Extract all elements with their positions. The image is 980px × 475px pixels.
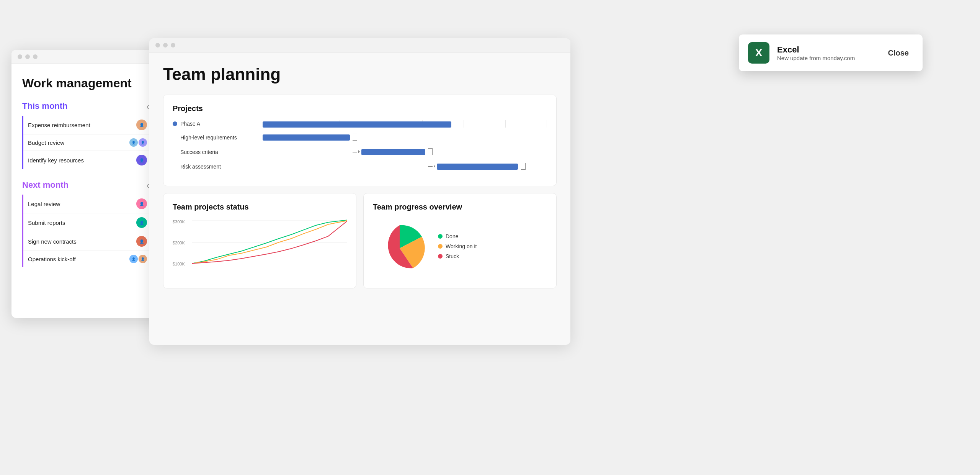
gantt-bar [361,149,425,155]
gantt-row-hlr: High-level requirements [173,133,547,142]
notification-subtitle: New update from monday.com [777,55,876,61]
avatar: 👤 [136,236,147,247]
gantt-label: Phase A [173,121,257,127]
ra-label: Risk assessment [180,164,221,170]
task-name: Budget review [28,139,129,146]
excel-notification: X Excel New update from monday.com Close [739,34,923,71]
done-dot [438,234,443,239]
line-chart-svg [192,218,347,267]
team-window-titlebar [149,38,570,52]
gantt-connector-3 [521,163,526,170]
task-name: Identify key resources [28,157,136,164]
next-month-label: Next month [22,180,69,190]
gantt-row-sc: Success criteria [173,147,547,157]
gantt-bar [437,164,518,170]
gantt-chart-area [257,120,547,128]
notification-content: Excel New update from monday.com [777,45,876,61]
gantt-connector-2 [428,148,433,155]
this-month-label: This month [22,101,68,111]
done-label: Done [446,233,458,239]
gantt-row-phase-a: Phase A [173,120,547,128]
line-chart-area: $300K $200K $100K [173,218,347,279]
pie-chart-svg [373,221,426,275]
team-progress-card: Team progress overview Done [363,193,557,288]
excel-x-letter: X [755,47,763,59]
task-name: Expense reimbursement [28,122,136,128]
sc-label: Success criteria [180,149,218,155]
task-name: Submit reports [28,219,136,226]
gantt-bar [263,134,350,141]
table-row: Operations kick-off 👤 👤 [23,251,162,267]
gantt-chart-area [257,133,547,142]
projects-card-title: Projects [173,104,547,113]
gantt-label: Success criteria [173,149,257,155]
avatar: 👤 [136,155,147,165]
working-label: Working on it [446,243,477,249]
pie-chart-area: Done Working on it Stuck [373,218,547,279]
pie-legend: Done Working on it Stuck [438,233,477,263]
avatar: 👤 [139,138,147,147]
excel-app-icon: X [748,42,769,64]
work-management-title: Work management [22,76,162,90]
table-row: Expense reimbursement 👤 [23,116,162,134]
y-label-200: $200K [173,241,185,245]
avatar-group: 👤 👤 [129,255,147,263]
team-status-card: Team projects status $300K $200K $100K [163,193,356,288]
next-month-header: Next month Owner [22,180,162,190]
legend-item-stuck: Stuck [438,253,477,259]
titlebar-dot-1 [155,43,160,48]
team-planning-title: Team planning [163,65,557,84]
phase-dot-icon [173,121,177,126]
gantt-chart-area [257,162,547,171]
this-month-header: This month Owner [22,101,162,111]
this-month-task-list: Expense reimbursement 👤 Budget review 👤 … [22,116,162,169]
y-label-100: $100K [173,262,185,266]
titlebar-dot-3 [33,54,38,59]
projects-card: Projects Phase A [163,95,557,186]
titlebar-dot-3 [171,43,175,48]
hlr-label: High-level requirements [180,134,237,141]
working-dot [438,244,443,249]
avatar: 👤 [129,255,138,263]
titlebar-dot-1 [18,54,22,59]
legend-item-working: Working on it [438,243,477,249]
gantt-table: Phase A High-level [173,120,547,171]
avatar: 👤 [129,138,138,147]
task-name: Operations kick-off [28,256,129,262]
gantt-bar [263,121,451,128]
stuck-label: Stuck [446,253,459,259]
avatar: 👤 [136,198,147,209]
team-progress-title: Team progress overview [373,203,547,211]
gantt-row-ra: Risk assessment [173,162,547,171]
work-window-titlebar [11,50,172,64]
notification-title: Excel [777,45,876,55]
y-label-300: $300K [173,219,185,224]
gantt-label: Risk assessment [173,164,257,170]
table-row: Sign new contracts 👤 [23,232,162,251]
work-management-window: Work management This month Owner Expense… [11,50,172,318]
gantt-arrow-line-2 [428,166,433,167]
next-month-task-list: Legal review 👤 Submit reports 👤 Sign new… [22,195,162,267]
titlebar-dot-2 [25,54,30,59]
task-name: Sign new contracts [28,238,136,245]
bottom-cards-row: Team projects status $300K $200K $100K [163,193,557,288]
gantt-connector [353,134,357,141]
task-name: Legal review [28,201,136,207]
table-row: Submit reports 👤 [23,213,162,232]
legend-item-done: Done [438,233,477,239]
avatar: 👤 [136,120,147,130]
titlebar-dot-2 [163,43,168,48]
avatar-group: 👤 👤 [129,138,147,147]
team-status-title: Team projects status [173,203,347,211]
gantt-chart-area [257,147,547,157]
notification-close-button[interactable]: Close [884,47,913,59]
phase-a-label: Phase A [180,121,200,127]
team-planning-window: Team planning Projects Phase A [149,38,570,345]
table-row: Legal review 👤 [23,195,162,213]
table-row: Budget review 👤 👤 [23,134,162,151]
avatar: 👤 [139,255,147,263]
avatar: 👤 [136,217,147,228]
stuck-dot [438,254,443,259]
gantt-label: High-level requirements [173,134,257,141]
table-row: Identify key resources 👤 [23,151,162,169]
